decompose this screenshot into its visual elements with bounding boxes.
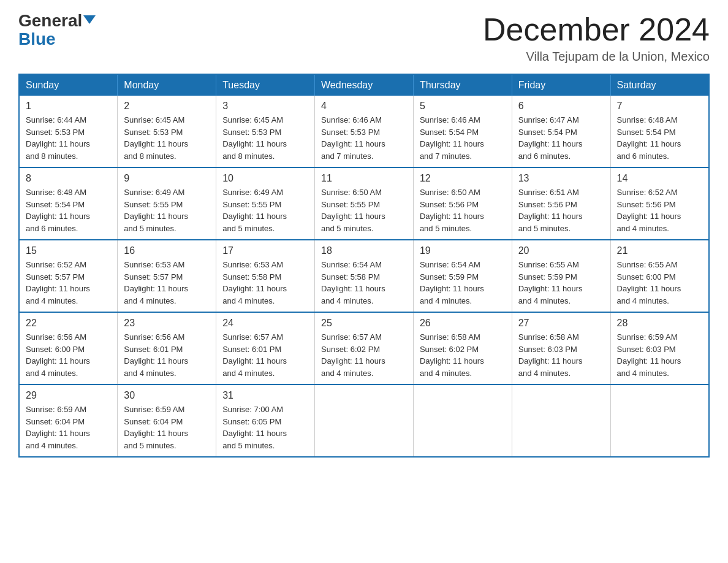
day-number: 21 [617, 245, 702, 256]
day-number: 19 [420, 245, 506, 256]
day-number: 23 [124, 318, 210, 329]
calendar-week-row: 1 Sunrise: 6:44 AMSunset: 5:53 PMDayligh… [19, 96, 709, 167]
table-row: 24 Sunrise: 6:57 AMSunset: 6:01 PMDaylig… [216, 312, 315, 385]
calendar-table: Sunday Monday Tuesday Wednesday Thursday… [18, 74, 710, 458]
day-info: Sunrise: 6:58 AMSunset: 6:02 PMDaylight:… [420, 331, 506, 379]
day-info: Sunrise: 6:48 AMSunset: 5:54 PMDaylight:… [617, 114, 702, 162]
day-number: 15 [26, 245, 111, 256]
day-number: 20 [518, 245, 604, 256]
day-info: Sunrise: 6:45 AMSunset: 5:53 PMDaylight:… [124, 114, 210, 162]
table-row: 5 Sunrise: 6:46 AMSunset: 5:54 PMDayligh… [413, 96, 512, 167]
col-saturday: Saturday [610, 74, 709, 96]
table-row: 2 Sunrise: 6:45 AMSunset: 5:53 PMDayligh… [118, 96, 216, 167]
calendar-week-row: 15 Sunrise: 6:52 AMSunset: 5:57 PMDaylig… [19, 240, 709, 312]
logo-line2: Blue [18, 31, 56, 48]
table-row: 28 Sunrise: 6:59 AMSunset: 6:03 PMDaylig… [610, 312, 709, 385]
day-number: 31 [222, 390, 308, 401]
day-number: 17 [222, 245, 308, 256]
day-info: Sunrise: 6:53 AMSunset: 5:58 PMDaylight:… [222, 259, 308, 307]
table-row: 12 Sunrise: 6:50 AMSunset: 5:56 PMDaylig… [413, 167, 512, 240]
day-info: Sunrise: 6:44 AMSunset: 5:53 PMDaylight:… [26, 114, 111, 162]
calendar-week-row: 22 Sunrise: 6:56 AMSunset: 6:00 PMDaylig… [19, 312, 709, 385]
day-number: 25 [321, 318, 407, 329]
day-info: Sunrise: 7:00 AMSunset: 6:05 PMDaylight:… [222, 404, 308, 451]
logo: General Blue [18, 12, 96, 48]
day-number: 12 [420, 173, 506, 184]
day-number: 6 [518, 101, 604, 112]
day-number: 11 [321, 173, 407, 184]
day-info: Sunrise: 6:50 AMSunset: 5:55 PMDaylight:… [321, 186, 407, 234]
table-row: 19 Sunrise: 6:54 AMSunset: 5:59 PMDaylig… [413, 240, 512, 312]
table-row: 31 Sunrise: 7:00 AMSunset: 6:05 PMDaylig… [216, 385, 315, 457]
day-info: Sunrise: 6:48 AMSunset: 5:54 PMDaylight:… [26, 186, 111, 234]
day-info: Sunrise: 6:46 AMSunset: 5:54 PMDaylight:… [420, 114, 506, 162]
day-info: Sunrise: 6:51 AMSunset: 5:56 PMDaylight:… [518, 186, 604, 234]
day-number: 1 [26, 101, 111, 112]
table-row: 10 Sunrise: 6:49 AMSunset: 5:55 PMDaylig… [216, 167, 315, 240]
day-info: Sunrise: 6:47 AMSunset: 5:54 PMDaylight:… [518, 114, 604, 162]
calendar-week-row: 8 Sunrise: 6:48 AMSunset: 5:54 PMDayligh… [19, 167, 709, 240]
table-row: 25 Sunrise: 6:57 AMSunset: 6:02 PMDaylig… [315, 312, 414, 385]
day-info: Sunrise: 6:59 AMSunset: 6:04 PMDaylight:… [124, 404, 210, 451]
table-row: 15 Sunrise: 6:52 AMSunset: 5:57 PMDaylig… [19, 240, 118, 312]
table-row: 3 Sunrise: 6:45 AMSunset: 5:53 PMDayligh… [216, 96, 315, 167]
table-row [610, 385, 709, 457]
day-info: Sunrise: 6:46 AMSunset: 5:53 PMDaylight:… [321, 114, 407, 162]
day-number: 8 [26, 173, 111, 184]
month-title: December 2024 [483, 12, 710, 47]
day-number: 5 [420, 101, 506, 112]
day-info: Sunrise: 6:50 AMSunset: 5:56 PMDaylight:… [420, 186, 506, 234]
table-row: 7 Sunrise: 6:48 AMSunset: 5:54 PMDayligh… [610, 96, 709, 167]
table-row: 14 Sunrise: 6:52 AMSunset: 5:56 PMDaylig… [610, 167, 709, 240]
calendar-header-row: Sunday Monday Tuesday Wednesday Thursday… [19, 74, 709, 96]
col-monday: Monday [118, 74, 216, 96]
day-info: Sunrise: 6:52 AMSunset: 5:57 PMDaylight:… [26, 259, 111, 307]
day-number: 26 [420, 318, 506, 329]
logo-triangle-icon [83, 15, 96, 24]
table-row: 20 Sunrise: 6:55 AMSunset: 5:59 PMDaylig… [512, 240, 610, 312]
day-number: 10 [222, 173, 308, 184]
table-row: 18 Sunrise: 6:54 AMSunset: 5:58 PMDaylig… [315, 240, 414, 312]
day-number: 24 [222, 318, 308, 329]
day-number: 13 [518, 173, 604, 184]
day-info: Sunrise: 6:56 AMSunset: 6:00 PMDaylight:… [26, 331, 111, 379]
day-info: Sunrise: 6:55 AMSunset: 6:00 PMDaylight:… [617, 259, 702, 307]
day-info: Sunrise: 6:53 AMSunset: 5:57 PMDaylight:… [124, 259, 210, 307]
table-row [315, 385, 414, 457]
table-row: 11 Sunrise: 6:50 AMSunset: 5:55 PMDaylig… [315, 167, 414, 240]
col-tuesday: Tuesday [216, 74, 315, 96]
day-number: 30 [124, 390, 210, 401]
table-row: 13 Sunrise: 6:51 AMSunset: 5:56 PMDaylig… [512, 167, 610, 240]
day-info: Sunrise: 6:57 AMSunset: 6:01 PMDaylight:… [222, 331, 308, 379]
day-info: Sunrise: 6:52 AMSunset: 5:56 PMDaylight:… [617, 186, 702, 234]
table-row: 9 Sunrise: 6:49 AMSunset: 5:55 PMDayligh… [118, 167, 216, 240]
table-row [512, 385, 610, 457]
day-number: 14 [617, 173, 702, 184]
col-sunday: Sunday [19, 74, 118, 96]
day-number: 27 [518, 318, 604, 329]
day-info: Sunrise: 6:54 AMSunset: 5:59 PMDaylight:… [420, 259, 506, 307]
day-info: Sunrise: 6:55 AMSunset: 5:59 PMDaylight:… [518, 259, 604, 307]
day-number: 2 [124, 101, 210, 112]
day-number: 29 [26, 390, 111, 401]
day-info: Sunrise: 6:59 AMSunset: 6:04 PMDaylight:… [26, 404, 111, 451]
col-wednesday: Wednesday [315, 74, 414, 96]
table-row: 27 Sunrise: 6:58 AMSunset: 6:03 PMDaylig… [512, 312, 610, 385]
day-info: Sunrise: 6:54 AMSunset: 5:58 PMDaylight:… [321, 259, 407, 307]
day-number: 18 [321, 245, 407, 256]
day-number: 4 [321, 101, 407, 112]
day-number: 9 [124, 173, 210, 184]
location: Villa Tejupam de la Union, Mexico [483, 50, 710, 64]
table-row: 21 Sunrise: 6:55 AMSunset: 6:00 PMDaylig… [610, 240, 709, 312]
day-info: Sunrise: 6:59 AMSunset: 6:03 PMDaylight:… [617, 331, 702, 379]
table-row: 1 Sunrise: 6:44 AMSunset: 5:53 PMDayligh… [19, 96, 118, 167]
table-row: 22 Sunrise: 6:56 AMSunset: 6:00 PMDaylig… [19, 312, 118, 385]
title-block: December 2024 Villa Tejupam de la Union,… [483, 12, 710, 64]
day-info: Sunrise: 6:57 AMSunset: 6:02 PMDaylight:… [321, 331, 407, 379]
col-thursday: Thursday [413, 74, 512, 96]
day-number: 16 [124, 245, 210, 256]
table-row: 26 Sunrise: 6:58 AMSunset: 6:02 PMDaylig… [413, 312, 512, 385]
day-info: Sunrise: 6:49 AMSunset: 5:55 PMDaylight:… [222, 186, 308, 234]
table-row: 30 Sunrise: 6:59 AMSunset: 6:04 PMDaylig… [118, 385, 216, 457]
logo-line1: General [18, 12, 96, 29]
